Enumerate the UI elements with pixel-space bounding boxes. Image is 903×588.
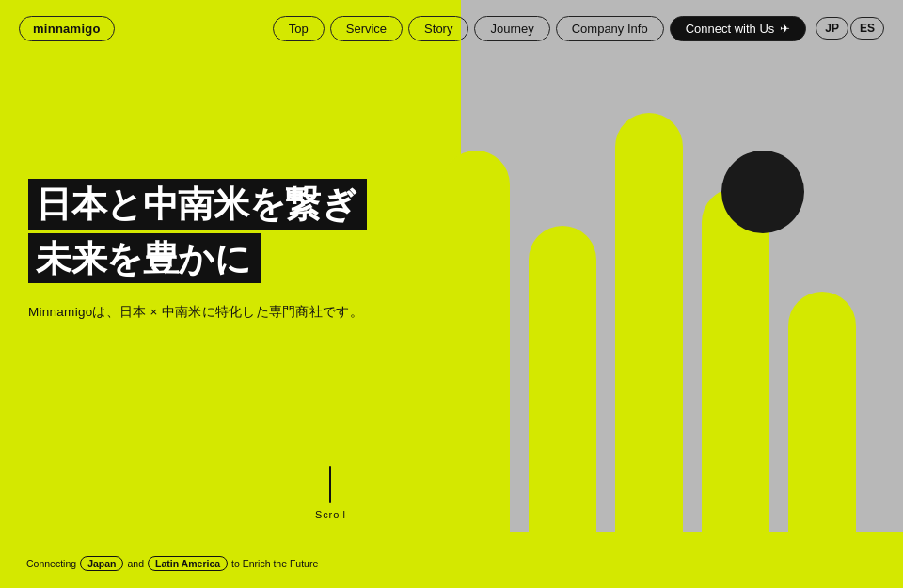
tagline-prefix: Connecting (26, 558, 76, 569)
hero-subtitle: Minnamigoは、日本 × 中南米に特化した専門商社です。 (28, 304, 367, 321)
bar-4 (702, 188, 769, 546)
header: minnamigo Top Service Story Journey Comp… (0, 0, 903, 56)
tagline-latin-america: Latin America (148, 556, 228, 571)
headline-line-2: 未来を豊かに (36, 239, 251, 280)
headline-box-2: 未来を豊かに (28, 233, 261, 284)
tagline-japan: Japan (80, 556, 123, 571)
tagline: Connecting Japan and Latin America to En… (26, 556, 318, 571)
headline-box-1: 日本と中南米を繋ぎ (28, 179, 367, 230)
nav-journey[interactable]: Journey (474, 16, 549, 41)
tagline-suffix: to Enrich the Future (231, 558, 318, 569)
hero-section: 日本と中南米を繋ぎ 未来を豊かに Minnamigoは、日本 × 中南米に特化し… (28, 179, 367, 321)
graphic-area (433, 56, 903, 546)
scroll-indicator: Scroll (315, 466, 346, 520)
main-nav: Top Service Story Journey Company Info C… (273, 16, 884, 41)
logo-text: minnamigo (33, 22, 101, 36)
bar-5 (788, 292, 856, 546)
lang-jp[interactable]: JP (816, 17, 848, 40)
logo[interactable]: minnamigo (19, 16, 115, 41)
nav-top[interactable]: Top (273, 16, 325, 41)
language-switcher: JP ES (816, 17, 884, 40)
nav-connect[interactable]: Connect with Us ✈ (670, 16, 807, 41)
bar-2 (529, 226, 596, 546)
scroll-label: Scroll (315, 509, 346, 520)
connect-icon: ✈ (780, 22, 790, 36)
connect-label: Connect with Us (686, 22, 775, 36)
headline-line-1: 日本と中南米を繋ぎ (36, 184, 357, 226)
bar-1 (442, 151, 510, 546)
lang-es[interactable]: ES (850, 17, 884, 40)
scroll-line (329, 466, 331, 503)
tagline-and: and (127, 558, 144, 569)
bar-3 (615, 113, 683, 546)
nav-company-info[interactable]: Company Info (556, 16, 664, 41)
nav-story[interactable]: Story (408, 16, 468, 41)
page: minnamigo Top Service Story Journey Comp… (0, 0, 903, 588)
black-circle (721, 151, 804, 233)
nav-service[interactable]: Service (330, 16, 403, 41)
